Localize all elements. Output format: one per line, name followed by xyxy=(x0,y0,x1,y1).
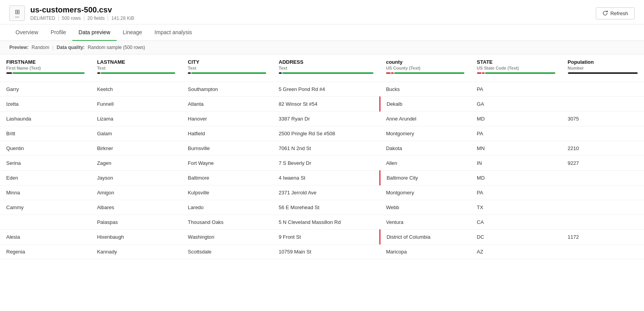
cell-county: Webb xyxy=(380,200,471,215)
table-row: LashaundaLizamaHanover3387 Ryan DrAnne A… xyxy=(0,111,644,126)
table-row: GarryKeetchSouthampton5 Green Pond Rd #4… xyxy=(0,82,644,96)
tab-bar: Overview Profile Data preview Lineage Im… xyxy=(0,24,644,41)
cell-address: 2371 Jerrold Ave xyxy=(272,185,380,200)
col-header-city: CITY Text xyxy=(182,54,272,75)
cell-county: Bucks xyxy=(380,82,471,96)
col-header-firstname: FIRSTNAME First Name (Text) xyxy=(0,54,91,75)
cell-address: 5 N Cleveland Massillon Rd xyxy=(272,215,380,229)
cell-population xyxy=(562,215,644,229)
cell-lastname: Kannady xyxy=(91,244,182,259)
cell-firstname: Regenia xyxy=(0,244,91,259)
cell-firstname: Quentin xyxy=(0,141,91,156)
table-row: MinnaAmigonKulpsville2371 Jerrold AveMon… xyxy=(0,185,644,200)
table-row: AlesiaHixenbaughWashington9 Front StDist… xyxy=(0,229,644,244)
file-info: us-customers-500.csv DELIMITED 500 rows … xyxy=(30,5,137,21)
col-header-population: Population Number xyxy=(562,54,644,75)
data-table-container: FIRSTNAME First Name (Text) LASTNAME Tex… xyxy=(0,54,644,259)
refresh-label: Refresh xyxy=(610,10,628,16)
cell-lastname: Funnell xyxy=(91,96,182,111)
cell-state: GA xyxy=(471,96,562,111)
cell-lastname: Lizama xyxy=(91,111,182,126)
tab-profile[interactable]: Profile xyxy=(44,24,72,41)
cell-city: Atlanta xyxy=(182,96,272,111)
table-row: QuentinBirknerBurnsville7061 N 2nd StDak… xyxy=(0,141,644,156)
cell-county: Dakota xyxy=(380,141,471,156)
cell-address: 9 Front St xyxy=(272,229,380,244)
table-row: PalaspasThousand Oaks5 N Cleveland Massi… xyxy=(0,215,644,229)
col-header-address: ADDRESS Text xyxy=(272,54,380,75)
cell-city: Scottsdale xyxy=(182,244,272,259)
cell-lastname: Birkner xyxy=(91,141,182,156)
cell-city: Laredo xyxy=(182,200,272,215)
cell-county: Montgomery xyxy=(380,185,471,200)
cell-state: MD xyxy=(471,170,562,185)
cell-address: 56 E Morehead St xyxy=(272,200,380,215)
cell-population xyxy=(562,82,644,96)
cell-firstname: Britt xyxy=(0,126,91,141)
cell-city: Baltimore xyxy=(182,170,272,185)
table-row: BrittGalamHatfield2500 Pringle Rd Se #50… xyxy=(0,126,644,141)
cell-state: PA xyxy=(471,82,562,96)
cell-county: Anne Arundel xyxy=(380,111,471,126)
cell-city: Thousand Oaks xyxy=(182,215,272,229)
file-rows: 500 rows xyxy=(62,16,84,21)
preview-label: Preview: xyxy=(9,45,28,50)
cell-firstname: Cammy xyxy=(0,200,91,215)
file-type: DELIMITED xyxy=(30,16,59,21)
cell-population: 9227 xyxy=(562,156,644,170)
cell-address: 10759 Main St xyxy=(272,244,380,259)
cell-city: Southampton xyxy=(182,82,272,96)
cell-state: AZ xyxy=(471,244,562,259)
header-left: ⊞ csv us-customers-500.csv DELIMITED 500… xyxy=(9,5,137,21)
tab-overview[interactable]: Overview xyxy=(9,24,44,41)
cell-lastname: Galam xyxy=(91,126,182,141)
cell-firstname: Alesia xyxy=(0,229,91,244)
cell-state: PA xyxy=(471,126,562,141)
table-body: GarryKeetchSouthampton5 Green Pond Rd #4… xyxy=(0,82,644,259)
cell-firstname: Izetta xyxy=(0,96,91,111)
file-fields: 20 fields xyxy=(87,16,108,21)
cell-population: 3075 xyxy=(562,111,644,126)
cell-state: TX xyxy=(471,200,562,215)
cell-address: 4 Iwaena St xyxy=(272,170,380,185)
col-header-lastname: LASTNAME Text xyxy=(91,54,182,75)
tab-lineage[interactable]: Lineage xyxy=(117,24,148,41)
table-row: CammyAlbaresLaredo56 E Morehead StWebbTX xyxy=(0,200,644,215)
cell-lastname: Amigon xyxy=(91,185,182,200)
page-header: ⊞ csv us-customers-500.csv DELIMITED 500… xyxy=(0,0,644,24)
cell-state: MN xyxy=(471,141,562,156)
cell-county: Dekalb xyxy=(380,96,471,111)
preview-value: Random xyxy=(31,45,49,50)
cell-lastname: Albares xyxy=(91,200,182,215)
cell-lastname: Jayson xyxy=(91,170,182,185)
refresh-icon xyxy=(602,10,608,16)
cell-population: 2210 xyxy=(562,141,644,156)
cell-population xyxy=(562,244,644,259)
table-row: SerinaZagenFort Wayne7 S Beverly DrAllen… xyxy=(0,156,644,170)
cell-population: 1172 xyxy=(562,229,644,244)
cell-lastname: Keetch xyxy=(91,82,182,96)
tab-data-preview[interactable]: Data preview xyxy=(72,24,117,41)
cell-county: Allen xyxy=(380,156,471,170)
cell-state: MD xyxy=(471,111,562,126)
cell-firstname xyxy=(0,215,91,229)
table-header-row: FIRSTNAME First Name (Text) LASTNAME Tex… xyxy=(0,54,644,75)
cell-address: 7061 N 2nd St xyxy=(272,141,380,156)
file-meta: DELIMITED 500 rows 20 fields 141.28 KiB xyxy=(30,16,137,21)
cell-city: Washington xyxy=(182,229,272,244)
cell-state: CA xyxy=(471,215,562,229)
cell-county: Montgomery xyxy=(380,126,471,141)
col-header-state: STATE US State Code (Text) xyxy=(471,54,562,75)
cell-population xyxy=(562,96,644,111)
cell-population xyxy=(562,200,644,215)
cell-city: Hanover xyxy=(182,111,272,126)
file-icon: ⊞ csv xyxy=(9,5,25,21)
tab-impact-analysis[interactable]: Impact analysis xyxy=(148,24,198,41)
cell-lastname: Palaspas xyxy=(91,215,182,229)
table-row: EdenJaysonBaltimore4 Iwaena StBaltimore … xyxy=(0,170,644,185)
cell-address: 2500 Pringle Rd Se #508 xyxy=(272,126,380,141)
cell-city: Hatfield xyxy=(182,126,272,141)
refresh-button[interactable]: Refresh xyxy=(596,7,635,19)
cell-state: IN xyxy=(471,156,562,170)
cell-lastname: Hixenbaugh xyxy=(91,229,182,244)
